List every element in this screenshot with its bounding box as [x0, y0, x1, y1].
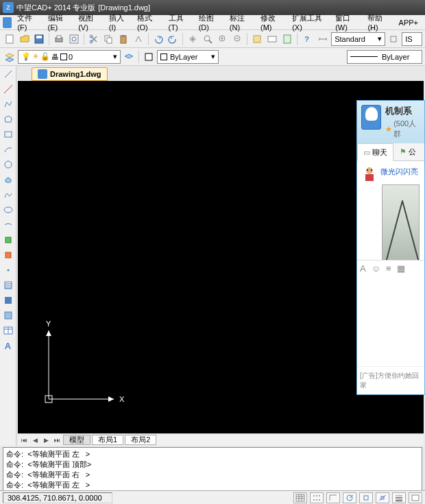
make-block-icon[interactable] — [1, 248, 15, 262]
layer-plot-icon: 🖶 — [51, 53, 59, 61]
line-icon[interactable] — [1, 67, 15, 81]
paste-button[interactable] — [117, 32, 130, 46]
construction-line-icon[interactable] — [1, 82, 15, 96]
menu-format[interactable]: 格式(O) — [133, 12, 163, 33]
insert-block-icon[interactable] — [1, 233, 15, 247]
new-button[interactable] — [3, 32, 16, 46]
menu-express[interactable]: 扩展工具(X) — [288, 12, 330, 33]
pan-button[interactable] — [186, 32, 199, 46]
copy-button[interactable] — [102, 32, 116, 46]
chat-image[interactable] — [382, 184, 420, 260]
font-icon[interactable]: A — [360, 263, 366, 274]
menu-tools[interactable]: 工具(T) — [165, 12, 193, 33]
circle-icon[interactable] — [1, 158, 15, 171]
polygon-icon[interactable] — [1, 112, 15, 126]
tool-palettes-button[interactable] — [280, 32, 294, 46]
region-icon[interactable] — [1, 309, 15, 322]
match-button[interactable] — [132, 32, 145, 46]
layer-combo[interactable]: 💡 ☀ 🔓 🖶 0 ▾ — [18, 50, 121, 64]
menu-view[interactable]: 视图(V) — [74, 12, 104, 33]
svg-rect-63 — [412, 495, 419, 501]
tab-model[interactable]: 模型 — [63, 435, 90, 445]
spline-icon[interactable] — [1, 188, 15, 202]
plot-preview-button[interactable] — [67, 32, 81, 46]
svg-rect-4 — [57, 36, 61, 38]
menu-modify[interactable]: 修改(M) — [256, 12, 287, 33]
zoom-window-button[interactable] — [216, 32, 230, 46]
ortho-toggle[interactable] — [326, 492, 340, 503]
point-icon[interactable] — [1, 263, 15, 277]
menu-draw[interactable]: 绘图(D) — [195, 12, 224, 33]
ellipse-arc-icon[interactable] — [1, 218, 15, 232]
grid-toggle[interactable] — [310, 492, 324, 503]
menu-insert[interactable]: 插入(I) — [105, 12, 132, 33]
image-icon[interactable]: ▦ — [397, 263, 405, 274]
color-button[interactable] — [142, 50, 156, 64]
model-toggle[interactable] — [409, 492, 422, 503]
menu-file[interactable]: 文件(F) — [13, 12, 42, 33]
menu-window[interactable]: 窗口(W) — [331, 12, 362, 33]
star-icon: ★ — [385, 125, 392, 134]
tab-next-button[interactable]: ▶ — [41, 435, 51, 445]
chat-tab-chat[interactable]: ▭ 聊天 — [357, 143, 393, 161]
svg-point-29 — [4, 207, 12, 213]
zoom-realtime-button[interactable] — [201, 32, 215, 46]
dimension-style-combo[interactable]: IS — [402, 32, 422, 46]
layer-manager-button[interactable] — [3, 50, 16, 64]
tab-first-button[interactable]: ⏮ — [19, 435, 29, 445]
lineweight-toggle[interactable] — [392, 492, 406, 503]
menu-dimension[interactable]: 标注(N) — [226, 12, 255, 33]
tab-layout2[interactable]: 布局2 — [125, 435, 156, 445]
polyline-icon[interactable] — [1, 97, 15, 111]
gif-icon[interactable]: ≡ — [386, 263, 391, 274]
ellipse-icon[interactable] — [1, 203, 15, 217]
tab-layout1[interactable]: 布局1 — [92, 435, 123, 445]
svg-point-28 — [5, 161, 12, 168]
mtext-icon[interactable]: A — [1, 339, 15, 352]
flag-icon: ⚑ — [400, 147, 406, 156]
tab-prev-button[interactable]: ◀ — [30, 435, 40, 445]
svg-rect-65 — [365, 174, 374, 181]
chat-ad-text[interactable]: [广告]方便你约她回家 — [357, 366, 424, 394]
otrack-toggle[interactable] — [376, 492, 389, 503]
redo-button[interactable] — [167, 32, 180, 46]
snap-toggle[interactable] — [293, 492, 307, 503]
zoom-previous-button[interactable] — [231, 32, 245, 46]
rectangle-icon[interactable] — [1, 128, 15, 141]
cut-button[interactable] — [87, 32, 101, 46]
revision-cloud-icon[interactable] — [1, 173, 15, 187]
coordinates-readout[interactable]: 308.4125, 710.8671, 0.0000 — [3, 492, 112, 503]
open-button[interactable] — [18, 32, 32, 46]
tab-last-button[interactable]: ⏭ — [52, 435, 62, 445]
design-center-button[interactable] — [265, 32, 279, 46]
menu-app[interactable]: APP+ — [395, 17, 422, 28]
table-icon[interactable] — [1, 324, 15, 337]
layer-previous-button[interactable] — [122, 50, 136, 64]
help-button[interactable]: ? — [300, 32, 314, 46]
dim-style-icon[interactable] — [316, 32, 330, 46]
group-avatar-icon[interactable] — [361, 105, 381, 130]
standard-toolbar: ? Standard▾ IS — [0, 30, 425, 48]
print-button[interactable] — [52, 32, 66, 46]
color-combo[interactable]: ByLayer▾ — [157, 50, 219, 64]
undo-button[interactable] — [151, 32, 165, 46]
menu-edit[interactable]: 编辑(E) — [44, 12, 73, 33]
arc-icon[interactable] — [1, 143, 15, 156]
hatch-icon[interactable] — [1, 278, 15, 292]
emoji-icon[interactable]: ☺ — [372, 263, 380, 274]
menu-help[interactable]: 帮助(H) — [363, 12, 393, 33]
properties-button[interactable] — [250, 32, 264, 46]
chat-input[interactable] — [357, 276, 424, 367]
polar-toggle[interactable] — [343, 492, 356, 503]
document-tab[interactable]: Drawing1.dwg — [32, 67, 108, 81]
gradient-icon[interactable] — [1, 293, 15, 307]
save-button[interactable] — [33, 32, 47, 46]
text-style-combo[interactable]: Standard▾ — [331, 32, 385, 46]
osnap-toggle[interactable] — [359, 492, 373, 503]
chat-message-area[interactable]: 微光闪闪亮 — [357, 161, 424, 260]
app-menu-icon[interactable] — [3, 17, 12, 28]
chat-tab-announce[interactable]: ⚑ 公 — [393, 143, 422, 160]
dim-icon[interactable] — [387, 32, 400, 46]
svg-point-53 — [316, 499, 317, 501]
linetype-combo[interactable]: ByLayer — [347, 50, 422, 64]
